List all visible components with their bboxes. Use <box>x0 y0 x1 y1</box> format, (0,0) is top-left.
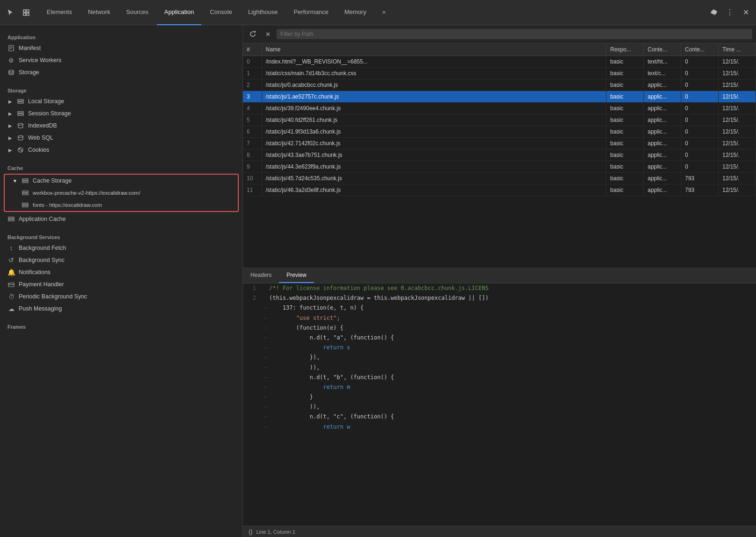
table-row[interactable]: 3 /static/js/1.ae52757c.chunk.js basic a… <box>243 91 756 103</box>
cache-entries-table: # Name Respo... Conte... Conte... Time .… <box>243 43 756 196</box>
svg-rect-23 <box>8 217 14 219</box>
tab-more[interactable]: » <box>375 0 393 25</box>
cell-cont2: 793 <box>681 184 719 196</box>
table-row[interactable]: 11 /static/js/46.3a2d3e8f.chunk.js basic… <box>243 184 756 196</box>
table-row[interactable]: 10 /static/js/45.7d24c535.chunk.js basic… <box>243 173 756 184</box>
cell-cont2: 0 <box>681 161 719 173</box>
cell-name: /index.html?__WB_REVISION__=6855... <box>262 56 606 68</box>
cell-cont1: applic... <box>644 103 681 114</box>
line-dash: - <box>262 314 269 323</box>
table-row[interactable]: 9 /static/js/44.3e623f9a.chunk.js basic … <box>243 161 756 173</box>
table-row[interactable]: 8 /static/js/43.3ae7b751.chunk.js basic … <box>243 149 756 161</box>
sidebar-item-workbox-cache[interactable]: workbox-precache-v2-https://excalidraw.c… <box>5 187 238 199</box>
sidebar-item-fonts-cache[interactable]: fonts - https://excalidraw.com <box>5 199 238 211</box>
tab-console[interactable]: Console <box>202 0 240 25</box>
cell-num: 5 <box>243 114 262 126</box>
tab-headers[interactable]: Headers <box>243 268 279 283</box>
cell-name: /static/js/0.acabcbcc.chunk.js <box>262 79 606 91</box>
tab-memory[interactable]: Memory <box>337 0 374 25</box>
cell-cont2: 0 <box>681 114 719 126</box>
tab-bar: Elements Network Sources Application Con… <box>0 0 756 25</box>
svg-rect-8 <box>18 99 23 101</box>
cell-resp: basic <box>606 138 644 149</box>
table-row[interactable]: 4 /static/js/39.f2490ee4.chunk.js basic … <box>243 103 756 114</box>
close-icon[interactable]: ✕ <box>739 6 752 19</box>
sidebar-item-notifications[interactable]: 🔔 Notifications <box>0 266 242 278</box>
sidebar-item-bg-fetch[interactable]: ↕ Background Fetch <box>0 242 242 254</box>
settings-icon[interactable] <box>707 6 720 19</box>
code-text: "use strict"; <box>269 314 756 323</box>
filter-input[interactable] <box>277 29 752 39</box>
tab-sources[interactable]: Sources <box>119 0 156 25</box>
cell-name: /static/js/43.3ae7b751.chunk.js <box>262 149 606 161</box>
cursor-icon[interactable] <box>4 6 17 19</box>
expand-arrow-indexed-icon: ▶ <box>7 123 13 128</box>
sidebar-item-cache-storage[interactable]: ▼ Cache Storage <box>5 175 238 187</box>
fonts-cache-icon <box>21 201 29 209</box>
sidebar-item-storage[interactable]: Storage <box>0 66 242 78</box>
svg-rect-3 <box>27 13 29 15</box>
cell-time: 12/15/. <box>719 126 756 138</box>
table-row[interactable]: 2 /static/js/0.acabcbcc.chunk.js basic a… <box>243 79 756 91</box>
sidebar-item-payment-handler[interactable]: Payment Handler <box>0 278 242 290</box>
line-number <box>243 403 262 411</box>
sidebar-item-local-storage[interactable]: ▶ Local Storage <box>0 95 242 107</box>
sidebar-item-indexeddb[interactable]: ▶ IndexedDB <box>0 120 242 132</box>
cell-name: /static/js/46.3a2d3e8f.chunk.js <box>262 184 606 196</box>
sidebar-item-cookies[interactable]: ▶ Cookies <box>0 144 242 156</box>
expand-arrow-websql-icon: ▶ <box>7 135 13 141</box>
code-line: - n.d(t, "b", (function() { <box>243 373 756 382</box>
line-number <box>243 333 262 342</box>
tab-network[interactable]: Network <box>80 0 118 25</box>
sidebar-item-service-workers[interactable]: ⚙ Service Workers <box>0 54 242 66</box>
sidebar-item-web-sql[interactable]: ▶ Web SQL <box>0 132 242 144</box>
preview-panel: Headers Preview 1 /*! For license inform… <box>243 268 756 526</box>
svg-rect-4 <box>9 45 14 51</box>
line-number <box>243 363 262 372</box>
cell-cont2: 0 <box>681 149 719 161</box>
more-options-icon[interactable]: ⋮ <box>723 6 736 19</box>
table-row[interactable]: 5 /static/js/40.fd2ff261.chunk.js basic … <box>243 114 756 126</box>
filter-bar: ✕ <box>243 25 756 43</box>
cell-name: /static/js/42.7142f02c.chunk.js <box>262 138 606 149</box>
cell-cont2: 0 <box>681 68 719 79</box>
cell-resp: basic <box>606 103 644 114</box>
sidebar-item-periodic-bg-sync[interactable]: ⏱ Periodic Background Sync <box>0 290 242 303</box>
svg-rect-22 <box>22 205 28 207</box>
tab-performance[interactable]: Performance <box>286 0 336 25</box>
sidebar-item-bg-sync[interactable]: ↺ Background Sync <box>0 254 242 266</box>
svg-rect-10 <box>18 112 23 113</box>
sidebar-item-push-messaging[interactable]: ☁ Push Messaging <box>0 303 242 315</box>
status-bar: {} Line 1, Column 1 <box>243 526 756 537</box>
line-dash: - <box>262 373 269 382</box>
inspect-icon[interactable] <box>20 6 33 19</box>
tab-lighthouse[interactable]: Lighthouse <box>241 0 285 25</box>
table-row[interactable]: 0 /index.html?__WB_REVISION__=6855... ba… <box>243 56 756 68</box>
table-row[interactable]: 7 /static/js/42.7142f02c.chunk.js basic … <box>243 138 756 149</box>
cell-cont1: applic... <box>644 126 681 138</box>
table-row[interactable]: 6 /static/js/41.9f3d13a6.chunk.js basic … <box>243 126 756 138</box>
tab-preview[interactable]: Preview <box>279 268 314 283</box>
code-line: - return s <box>243 343 756 353</box>
manifest-icon <box>7 44 15 52</box>
cell-num: 6 <box>243 126 262 138</box>
clear-filter-button[interactable]: ✕ <box>262 28 274 40</box>
sidebar-item-manifest[interactable]: Manifest <box>0 42 242 54</box>
code-line: 1 /*! For license information please see… <box>243 283 756 293</box>
cell-time: 12/15/. <box>719 114 756 126</box>
tab-application[interactable]: Application <box>157 0 202 25</box>
code-text: return m <box>269 383 756 392</box>
refresh-button[interactable] <box>247 28 259 40</box>
line-number <box>243 412 262 421</box>
cell-cont1: applic... <box>644 184 681 196</box>
line-number <box>243 353 262 362</box>
tab-elements[interactable]: Elements <box>39 0 79 25</box>
cell-resp: basic <box>606 126 644 138</box>
sidebar-item-session-storage[interactable]: ▶ Session Storage <box>0 107 242 120</box>
svg-rect-24 <box>8 219 14 221</box>
session-storage-icon <box>17 110 24 117</box>
cell-num: 2 <box>243 79 262 91</box>
table-row[interactable]: 1 /static/css/main.7d14b3cc.chunk.css ba… <box>243 68 756 79</box>
sidebar-item-app-cache[interactable]: Application Cache <box>0 213 242 225</box>
code-text: n.d(t, "c", (function() { <box>269 412 756 421</box>
